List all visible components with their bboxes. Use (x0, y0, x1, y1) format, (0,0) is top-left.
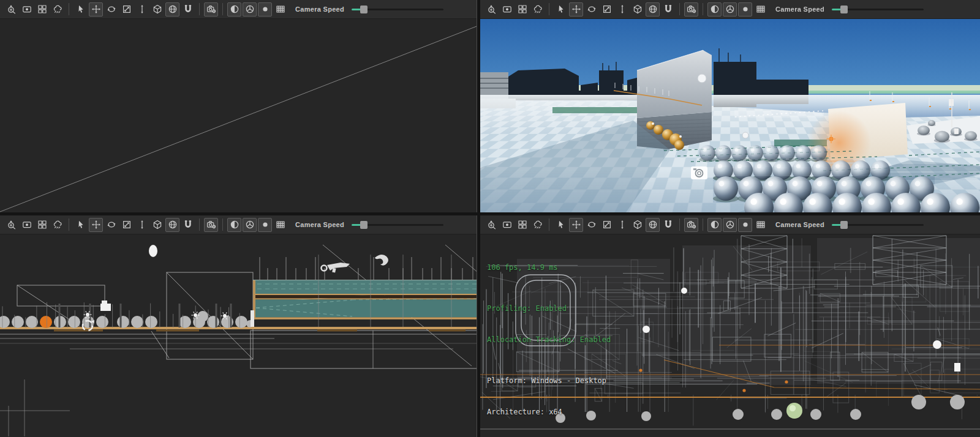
grid-icon[interactable] (273, 2, 287, 17)
camera-speed-slider[interactable] (832, 5, 924, 13)
rotate-icon[interactable] (104, 218, 118, 232)
allocation-status: Allocation Tracking: Enabled (487, 335, 611, 345)
toolbar-separator (69, 219, 69, 231)
local-space-icon[interactable] (630, 2, 644, 17)
scale-icon[interactable] (119, 2, 134, 17)
slider-handle[interactable] (840, 221, 848, 229)
viewport-layout-icon[interactable] (515, 2, 529, 17)
frame-camera-icon[interactable] (4, 2, 18, 17)
scale-icon[interactable] (600, 218, 614, 232)
view-capture-icon[interactable] (20, 218, 34, 232)
vertical-move-icon[interactable] (135, 218, 149, 232)
rotate-icon[interactable] (584, 218, 598, 232)
environment-icon[interactable] (530, 2, 545, 17)
camera-speed-label: Camera Speed (295, 6, 344, 13)
select-cursor-icon[interactable] (554, 2, 568, 17)
camera-speed-label: Camera Speed (775, 6, 824, 13)
viewport-canvas-bottom-left[interactable] (0, 234, 477, 437)
rotate-icon[interactable] (584, 2, 598, 17)
record-dot-icon[interactable] (738, 2, 752, 17)
shading-icon[interactable] (227, 218, 241, 232)
slider-handle[interactable] (360, 221, 368, 229)
vertical-move-icon[interactable] (135, 2, 149, 17)
viewport-top-right[interactable]: Camera Speed (480, 0, 980, 212)
grid-icon[interactable] (753, 2, 767, 17)
local-space-icon[interactable] (150, 218, 164, 232)
world-space-icon[interactable] (165, 2, 179, 17)
viewport-canvas-bottom-right[interactable]: 106 fps, 14.9 ms Profiling: Enabled Allo… (480, 234, 980, 437)
world-space-icon[interactable] (646, 2, 660, 17)
camera-settings-icon[interactable] (684, 218, 698, 232)
viewport-toolbar-bottom-right: Camera Speed (480, 215, 980, 234)
camera-settings-icon[interactable] (204, 2, 218, 17)
camera-settings-icon[interactable] (684, 2, 698, 17)
move-icon[interactable] (569, 218, 583, 232)
grid-icon[interactable] (273, 218, 287, 232)
slider-handle[interactable] (840, 6, 848, 13)
viewport-layout-icon[interactable] (35, 2, 49, 17)
record-dot-icon[interactable] (258, 2, 272, 17)
wireframe-sphere-icon[interactable] (243, 218, 257, 232)
rotate-icon[interactable] (104, 2, 118, 17)
snap-magnet-icon[interactable] (661, 2, 675, 17)
camera-speed-slider[interactable] (352, 5, 443, 13)
select-cursor-icon[interactable] (554, 218, 568, 232)
snap-magnet-icon[interactable] (181, 218, 195, 232)
camera-speed-slider[interactable] (352, 220, 443, 229)
world-space-icon[interactable] (165, 218, 179, 232)
vertical-move-icon[interactable] (615, 218, 629, 232)
camera-speed-label: Camera Speed (775, 221, 824, 228)
record-dot-icon[interactable] (258, 218, 272, 232)
toolbar-separator (69, 3, 69, 15)
view-capture-icon[interactable] (500, 218, 514, 232)
scale-icon[interactable] (119, 218, 134, 232)
environment-icon[interactable] (530, 218, 545, 232)
shading-icon[interactable] (227, 2, 241, 17)
viewport-toolbar-top-right: Camera Speed (480, 0, 980, 19)
move-icon[interactable] (569, 2, 583, 17)
move-icon[interactable] (89, 218, 103, 232)
snap-magnet-icon[interactable] (181, 2, 195, 17)
view-capture-icon[interactable] (500, 2, 514, 17)
wireframe-sphere-icon[interactable] (723, 218, 737, 232)
shading-icon[interactable] (707, 2, 722, 17)
camera-speed-slider[interactable] (832, 220, 924, 229)
frame-camera-icon[interactable] (4, 218, 18, 232)
toolbar-separator (549, 3, 549, 15)
viewport-bottom-right[interactable]: Camera Speed 106 fps, 14.9 ms Profiling:… (480, 215, 980, 437)
local-space-icon[interactable] (630, 218, 644, 232)
move-icon[interactable] (89, 2, 103, 17)
viewport-bottom-left[interactable]: Camera Speed (0, 215, 477, 437)
wireframe-sphere-icon[interactable] (243, 2, 257, 17)
world-space-icon[interactable] (646, 218, 660, 232)
frame-camera-icon[interactable] (484, 2, 499, 17)
vertical-move-icon[interactable] (615, 2, 629, 17)
slider-handle[interactable] (360, 6, 368, 13)
toolbar-separator (679, 3, 680, 15)
architecture-info: Architecture: x64 (487, 407, 611, 417)
viewport-canvas-top-right[interactable] (480, 19, 980, 212)
environment-icon[interactable] (50, 218, 64, 232)
wireframe-sphere-icon[interactable] (723, 2, 737, 17)
viewport-canvas-top-left[interactable] (0, 19, 477, 212)
select-cursor-icon[interactable] (74, 218, 88, 232)
environment-icon[interactable] (50, 2, 64, 17)
view-capture-icon[interactable] (20, 2, 34, 17)
debug-overlay: 106 fps, 14.9 ms Profiling: Enabled Allo… (487, 242, 611, 437)
select-cursor-icon[interactable] (74, 2, 88, 17)
scale-icon[interactable] (600, 2, 614, 17)
viewport-top-left[interactable]: Camera Speed (0, 0, 477, 212)
local-space-icon[interactable] (150, 2, 164, 17)
snap-magnet-icon[interactable] (661, 218, 675, 232)
grid-icon[interactable] (753, 218, 767, 232)
camera-settings-icon[interactable] (204, 218, 218, 232)
viewport-layout-icon[interactable] (35, 218, 49, 232)
viewport-layout-icon[interactable] (515, 218, 529, 232)
record-dot-icon[interactable] (738, 218, 752, 232)
shading-icon[interactable] (707, 218, 722, 232)
toolbar-separator (199, 219, 200, 231)
frame-camera-icon[interactable] (484, 218, 499, 232)
toolbar-separator (199, 3, 200, 15)
toolbar-separator (222, 219, 223, 231)
editor-multi-viewport: Camera Speed Camera Speed Camera Speed C… (0, 0, 980, 437)
